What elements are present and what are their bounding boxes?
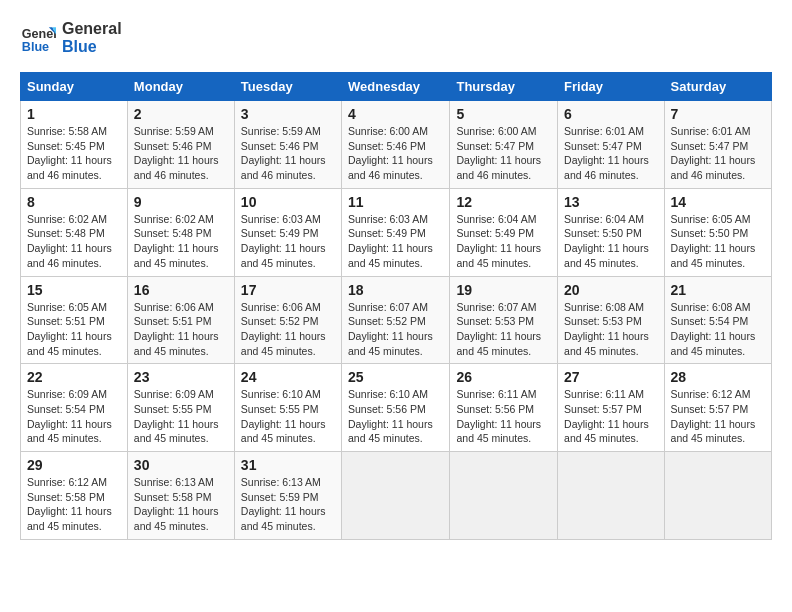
- sunrise-label: Sunrise: 6:06 AM: [134, 301, 214, 313]
- page-header: General Blue General Blue: [20, 20, 772, 56]
- daylight-label: Daylight: 11 hours and 45 minutes.: [348, 242, 433, 269]
- sunrise-label: Sunrise: 6:13 AM: [241, 476, 321, 488]
- calendar-cell: 17 Sunrise: 6:06 AM Sunset: 5:52 PM Dayl…: [234, 276, 341, 364]
- day-number: 28: [671, 369, 765, 385]
- day-info: Sunrise: 6:08 AM Sunset: 5:53 PM Dayligh…: [564, 300, 657, 359]
- daylight-label: Daylight: 11 hours and 46 minutes.: [134, 154, 219, 181]
- day-info: Sunrise: 6:05 AM Sunset: 5:51 PM Dayligh…: [27, 300, 121, 359]
- day-number: 16: [134, 282, 228, 298]
- calendar-cell: 2 Sunrise: 5:59 AM Sunset: 5:46 PM Dayli…: [127, 101, 234, 189]
- header-wednesday: Wednesday: [342, 73, 450, 101]
- sunset-label: Sunset: 5:57 PM: [671, 403, 749, 415]
- daylight-label: Daylight: 11 hours and 45 minutes.: [241, 505, 326, 532]
- calendar-cell: 20 Sunrise: 6:08 AM Sunset: 5:53 PM Dayl…: [558, 276, 664, 364]
- sunset-label: Sunset: 5:53 PM: [564, 315, 642, 327]
- daylight-label: Daylight: 11 hours and 45 minutes.: [134, 505, 219, 532]
- daylight-label: Daylight: 11 hours and 45 minutes.: [134, 330, 219, 357]
- daylight-label: Daylight: 11 hours and 46 minutes.: [348, 154, 433, 181]
- sunrise-label: Sunrise: 6:00 AM: [456, 125, 536, 137]
- sunset-label: Sunset: 5:49 PM: [456, 227, 534, 239]
- sunset-label: Sunset: 5:56 PM: [348, 403, 426, 415]
- daylight-label: Daylight: 11 hours and 45 minutes.: [564, 418, 649, 445]
- daylight-label: Daylight: 11 hours and 45 minutes.: [456, 418, 541, 445]
- day-info: Sunrise: 6:12 AM Sunset: 5:58 PM Dayligh…: [27, 475, 121, 534]
- day-info: Sunrise: 5:58 AM Sunset: 5:45 PM Dayligh…: [27, 124, 121, 183]
- calendar-cell: 4 Sunrise: 6:00 AM Sunset: 5:46 PM Dayli…: [342, 101, 450, 189]
- day-info: Sunrise: 6:13 AM Sunset: 5:59 PM Dayligh…: [241, 475, 335, 534]
- sunrise-label: Sunrise: 6:06 AM: [241, 301, 321, 313]
- sunset-label: Sunset: 5:46 PM: [241, 140, 319, 152]
- sunrise-label: Sunrise: 5:58 AM: [27, 125, 107, 137]
- day-number: 3: [241, 106, 335, 122]
- day-info: Sunrise: 5:59 AM Sunset: 5:46 PM Dayligh…: [241, 124, 335, 183]
- daylight-label: Daylight: 11 hours and 45 minutes.: [241, 330, 326, 357]
- sunset-label: Sunset: 5:55 PM: [241, 403, 319, 415]
- day-info: Sunrise: 5:59 AM Sunset: 5:46 PM Dayligh…: [134, 124, 228, 183]
- day-info: Sunrise: 6:07 AM Sunset: 5:53 PM Dayligh…: [456, 300, 551, 359]
- calendar-cell: 7 Sunrise: 6:01 AM Sunset: 5:47 PM Dayli…: [664, 101, 771, 189]
- calendar-week-row: 1 Sunrise: 5:58 AM Sunset: 5:45 PM Dayli…: [21, 101, 772, 189]
- sunrise-label: Sunrise: 6:10 AM: [348, 388, 428, 400]
- calendar-cell: 11 Sunrise: 6:03 AM Sunset: 5:49 PM Dayl…: [342, 188, 450, 276]
- day-info: Sunrise: 6:03 AM Sunset: 5:49 PM Dayligh…: [241, 212, 335, 271]
- sunset-label: Sunset: 5:57 PM: [564, 403, 642, 415]
- daylight-label: Daylight: 11 hours and 45 minutes.: [134, 242, 219, 269]
- sunrise-label: Sunrise: 6:11 AM: [564, 388, 644, 400]
- sunset-label: Sunset: 5:54 PM: [671, 315, 749, 327]
- calendar-cell: 8 Sunrise: 6:02 AM Sunset: 5:48 PM Dayli…: [21, 188, 128, 276]
- sunset-label: Sunset: 5:55 PM: [134, 403, 212, 415]
- calendar-cell: 13 Sunrise: 6:04 AM Sunset: 5:50 PM Dayl…: [558, 188, 664, 276]
- sunset-label: Sunset: 5:47 PM: [671, 140, 749, 152]
- day-number: 6: [564, 106, 657, 122]
- day-info: Sunrise: 6:06 AM Sunset: 5:52 PM Dayligh…: [241, 300, 335, 359]
- daylight-label: Daylight: 11 hours and 46 minutes.: [27, 154, 112, 181]
- calendar-cell: 5 Sunrise: 6:00 AM Sunset: 5:47 PM Dayli…: [450, 101, 558, 189]
- day-number: 13: [564, 194, 657, 210]
- sunset-label: Sunset: 5:54 PM: [27, 403, 105, 415]
- calendar-week-row: 15 Sunrise: 6:05 AM Sunset: 5:51 PM Dayl…: [21, 276, 772, 364]
- svg-text:Blue: Blue: [22, 40, 49, 54]
- calendar-cell: 26 Sunrise: 6:11 AM Sunset: 5:56 PM Dayl…: [450, 364, 558, 452]
- day-number: 2: [134, 106, 228, 122]
- sunrise-label: Sunrise: 6:09 AM: [134, 388, 214, 400]
- calendar-cell: 10 Sunrise: 6:03 AM Sunset: 5:49 PM Dayl…: [234, 188, 341, 276]
- header-saturday: Saturday: [664, 73, 771, 101]
- logo-name-general: General: [62, 20, 122, 38]
- calendar-cell: 29 Sunrise: 6:12 AM Sunset: 5:58 PM Dayl…: [21, 452, 128, 540]
- sunrise-label: Sunrise: 6:10 AM: [241, 388, 321, 400]
- sunset-label: Sunset: 5:58 PM: [27, 491, 105, 503]
- day-number: 27: [564, 369, 657, 385]
- day-info: Sunrise: 6:10 AM Sunset: 5:55 PM Dayligh…: [241, 387, 335, 446]
- daylight-label: Daylight: 11 hours and 45 minutes.: [671, 418, 756, 445]
- sunset-label: Sunset: 5:51 PM: [134, 315, 212, 327]
- day-info: Sunrise: 6:03 AM Sunset: 5:49 PM Dayligh…: [348, 212, 443, 271]
- sunrise-label: Sunrise: 5:59 AM: [134, 125, 214, 137]
- sunrise-label: Sunrise: 6:07 AM: [348, 301, 428, 313]
- sunset-label: Sunset: 5:52 PM: [241, 315, 319, 327]
- sunrise-label: Sunrise: 6:08 AM: [671, 301, 751, 313]
- calendar-cell: 9 Sunrise: 6:02 AM Sunset: 5:48 PM Dayli…: [127, 188, 234, 276]
- daylight-label: Daylight: 11 hours and 45 minutes.: [671, 242, 756, 269]
- daylight-label: Daylight: 11 hours and 45 minutes.: [456, 330, 541, 357]
- sunrise-label: Sunrise: 6:01 AM: [564, 125, 644, 137]
- sunset-label: Sunset: 5:50 PM: [671, 227, 749, 239]
- sunset-label: Sunset: 5:47 PM: [564, 140, 642, 152]
- day-number: 14: [671, 194, 765, 210]
- header-thursday: Thursday: [450, 73, 558, 101]
- daylight-label: Daylight: 11 hours and 46 minutes.: [241, 154, 326, 181]
- day-number: 19: [456, 282, 551, 298]
- logo: General Blue General Blue: [20, 20, 122, 56]
- day-number: 22: [27, 369, 121, 385]
- calendar-cell: 15 Sunrise: 6:05 AM Sunset: 5:51 PM Dayl…: [21, 276, 128, 364]
- logo-name-blue: Blue: [62, 38, 122, 56]
- day-info: Sunrise: 6:12 AM Sunset: 5:57 PM Dayligh…: [671, 387, 765, 446]
- day-info: Sunrise: 6:04 AM Sunset: 5:49 PM Dayligh…: [456, 212, 551, 271]
- calendar-cell: [558, 452, 664, 540]
- daylight-label: Daylight: 11 hours and 46 minutes.: [671, 154, 756, 181]
- sunset-label: Sunset: 5:59 PM: [241, 491, 319, 503]
- calendar-table: SundayMondayTuesdayWednesdayThursdayFrid…: [20, 72, 772, 540]
- sunrise-label: Sunrise: 6:12 AM: [27, 476, 107, 488]
- sunset-label: Sunset: 5:50 PM: [564, 227, 642, 239]
- sunset-label: Sunset: 5:48 PM: [27, 227, 105, 239]
- calendar-cell: 22 Sunrise: 6:09 AM Sunset: 5:54 PM Dayl…: [21, 364, 128, 452]
